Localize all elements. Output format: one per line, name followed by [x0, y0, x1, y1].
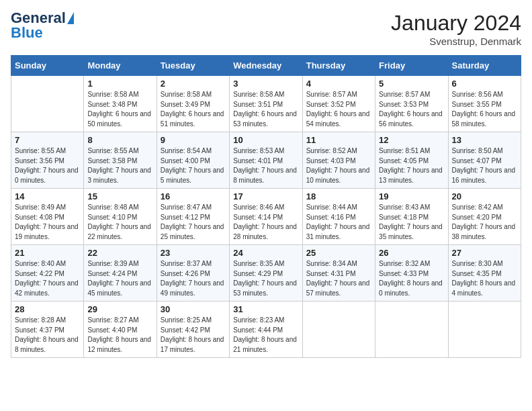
day-number: 10: [233, 135, 298, 145]
calendar-week-4: 21Sunrise: 8:40 AMSunset: 4:22 PMDayligh…: [11, 245, 521, 302]
day-number: 2: [161, 79, 226, 89]
calendar-cell: 21Sunrise: 8:40 AMSunset: 4:22 PMDayligh…: [11, 245, 84, 302]
calendar-cell: 29Sunrise: 8:27 AMSunset: 4:40 PMDayligh…: [84, 302, 157, 358]
calendar-cell: 3Sunrise: 8:58 AMSunset: 3:51 PMDaylight…: [230, 76, 302, 132]
day-number: 11: [306, 135, 371, 145]
calendar-cell: 12Sunrise: 8:51 AMSunset: 4:05 PMDayligh…: [375, 132, 448, 189]
day-info: Sunrise: 8:49 AMSunset: 4:08 PMDaylight:…: [15, 203, 80, 242]
day-number: 18: [306, 191, 371, 201]
calendar-week-1: 1Sunrise: 8:58 AMSunset: 3:48 PMDaylight…: [11, 76, 521, 132]
day-number: 8: [87, 135, 152, 145]
calendar-cell: 4Sunrise: 8:57 AMSunset: 3:52 PMDaylight…: [302, 76, 375, 132]
day-info: Sunrise: 8:58 AMSunset: 3:49 PMDaylight:…: [161, 90, 226, 129]
day-number: 22: [87, 248, 152, 258]
day-number: 30: [161, 304, 226, 314]
calendar-cell: 19Sunrise: 8:43 AMSunset: 4:18 PMDayligh…: [375, 189, 448, 245]
calendar-cell: 23Sunrise: 8:37 AMSunset: 4:26 PMDayligh…: [157, 245, 229, 302]
calendar-cell: 27Sunrise: 8:30 AMSunset: 4:35 PMDayligh…: [448, 245, 521, 302]
day-info: Sunrise: 8:23 AMSunset: 4:44 PMDaylight:…: [233, 316, 298, 355]
day-number: 20: [452, 191, 517, 201]
calendar-cell: 2Sunrise: 8:58 AMSunset: 3:49 PMDaylight…: [157, 76, 229, 132]
page-header: General Blue January 2024 Svenstrup, Den…: [11, 11, 521, 47]
day-info: Sunrise: 8:25 AMSunset: 4:42 PMDaylight:…: [161, 316, 226, 355]
day-info: Sunrise: 8:55 AMSunset: 3:56 PMDaylight:…: [15, 146, 80, 185]
weekday-header-tuesday: Tuesday: [157, 56, 229, 76]
day-info: Sunrise: 8:53 AMSunset: 4:01 PMDaylight:…: [233, 146, 298, 185]
day-info: Sunrise: 8:39 AMSunset: 4:24 PMDaylight:…: [87, 259, 152, 298]
weekday-header-wednesday: Wednesday: [230, 56, 302, 76]
weekday-header-sunday: Sunday: [11, 56, 84, 76]
day-info: Sunrise: 8:57 AMSunset: 3:52 PMDaylight:…: [306, 90, 371, 129]
logo-general: General: [11, 11, 66, 26]
day-info: Sunrise: 8:44 AMSunset: 4:16 PMDaylight:…: [306, 203, 371, 242]
calendar-cell: 26Sunrise: 8:32 AMSunset: 4:33 PMDayligh…: [375, 245, 448, 302]
day-info: Sunrise: 8:58 AMSunset: 3:51 PMDaylight:…: [233, 90, 298, 129]
calendar-cell: 1Sunrise: 8:58 AMSunset: 3:48 PMDaylight…: [84, 76, 157, 132]
day-info: Sunrise: 8:47 AMSunset: 4:12 PMDaylight:…: [161, 203, 226, 242]
calendar-cell: 30Sunrise: 8:25 AMSunset: 4:42 PMDayligh…: [157, 302, 229, 358]
day-number: 23: [161, 248, 226, 258]
day-info: Sunrise: 8:27 AMSunset: 4:40 PMDaylight:…: [87, 316, 152, 355]
calendar-cell: 11Sunrise: 8:52 AMSunset: 4:03 PMDayligh…: [302, 132, 375, 189]
logo-triangle-icon: [67, 12, 74, 24]
calendar-table: SundayMondayTuesdayWednesdayThursdayFrid…: [11, 55, 521, 358]
day-info: Sunrise: 8:42 AMSunset: 4:20 PMDaylight:…: [452, 203, 517, 242]
calendar-cell: 7Sunrise: 8:55 AMSunset: 3:56 PMDaylight…: [11, 132, 84, 189]
day-number: 25: [306, 248, 371, 258]
calendar-week-3: 14Sunrise: 8:49 AMSunset: 4:08 PMDayligh…: [11, 189, 521, 245]
day-number: 9: [161, 135, 226, 145]
day-info: Sunrise: 8:58 AMSunset: 3:48 PMDaylight:…: [87, 90, 152, 129]
calendar-cell: 8Sunrise: 8:55 AMSunset: 3:58 PMDaylight…: [84, 132, 157, 189]
day-info: Sunrise: 8:57 AMSunset: 3:53 PMDaylight:…: [379, 90, 444, 129]
day-info: Sunrise: 8:46 AMSunset: 4:14 PMDaylight:…: [233, 203, 298, 242]
calendar-week-2: 7Sunrise: 8:55 AMSunset: 3:56 PMDaylight…: [11, 132, 521, 189]
weekday-header-saturday: Saturday: [448, 56, 521, 76]
day-number: 12: [379, 135, 444, 145]
day-info: Sunrise: 8:55 AMSunset: 3:58 PMDaylight:…: [87, 146, 152, 185]
day-number: 26: [379, 248, 444, 258]
day-number: 15: [87, 191, 152, 201]
calendar-cell: 10Sunrise: 8:53 AMSunset: 4:01 PMDayligh…: [230, 132, 302, 189]
month-title: January 2024: [391, 11, 521, 36]
calendar-cell: 9Sunrise: 8:54 AMSunset: 4:00 PMDaylight…: [157, 132, 229, 189]
day-number: 19: [379, 191, 444, 201]
calendar-cell: 17Sunrise: 8:46 AMSunset: 4:14 PMDayligh…: [230, 189, 302, 245]
day-info: Sunrise: 8:54 AMSunset: 4:00 PMDaylight:…: [161, 146, 226, 185]
day-number: 4: [306, 79, 371, 89]
weekday-header-friday: Friday: [375, 56, 448, 76]
day-number: 31: [233, 304, 298, 314]
day-number: 14: [15, 191, 80, 201]
logo-blue: Blue: [11, 26, 43, 40]
weekday-header-monday: Monday: [84, 56, 157, 76]
day-info: Sunrise: 8:51 AMSunset: 4:05 PMDaylight:…: [379, 146, 444, 185]
calendar-cell: 25Sunrise: 8:34 AMSunset: 4:31 PMDayligh…: [302, 245, 375, 302]
day-number: 16: [161, 191, 226, 201]
day-number: 17: [233, 191, 298, 201]
calendar-cell: 22Sunrise: 8:39 AMSunset: 4:24 PMDayligh…: [84, 245, 157, 302]
weekday-header-thursday: Thursday: [302, 56, 375, 76]
day-number: 24: [233, 248, 298, 258]
day-info: Sunrise: 8:56 AMSunset: 3:55 PMDaylight:…: [452, 90, 517, 129]
day-info: Sunrise: 8:43 AMSunset: 4:18 PMDaylight:…: [379, 203, 444, 242]
day-info: Sunrise: 8:40 AMSunset: 4:22 PMDaylight:…: [15, 259, 80, 298]
day-info: Sunrise: 8:32 AMSunset: 4:33 PMDaylight:…: [379, 259, 444, 298]
calendar-cell: [11, 76, 84, 132]
weekday-header-row: SundayMondayTuesdayWednesdayThursdayFrid…: [11, 56, 521, 76]
calendar-cell: 31Sunrise: 8:23 AMSunset: 4:44 PMDayligh…: [230, 302, 302, 358]
day-number: 21: [15, 248, 80, 258]
day-info: Sunrise: 8:30 AMSunset: 4:35 PMDaylight:…: [452, 259, 517, 298]
day-number: 6: [452, 79, 517, 89]
calendar-cell: [302, 302, 375, 358]
day-number: 27: [452, 248, 517, 258]
calendar-cell: 20Sunrise: 8:42 AMSunset: 4:20 PMDayligh…: [448, 189, 521, 245]
title-block: January 2024 Svenstrup, Denmark: [391, 11, 521, 47]
day-number: 5: [379, 79, 444, 89]
calendar-cell: 28Sunrise: 8:28 AMSunset: 4:37 PMDayligh…: [11, 302, 84, 358]
day-number: 29: [87, 304, 152, 314]
location: Svenstrup, Denmark: [391, 36, 521, 47]
calendar-cell: [448, 302, 521, 358]
day-info: Sunrise: 8:34 AMSunset: 4:31 PMDaylight:…: [306, 259, 371, 298]
calendar-cell: [375, 302, 448, 358]
calendar-cell: 6Sunrise: 8:56 AMSunset: 3:55 PMDaylight…: [448, 76, 521, 132]
day-number: 3: [233, 79, 298, 89]
